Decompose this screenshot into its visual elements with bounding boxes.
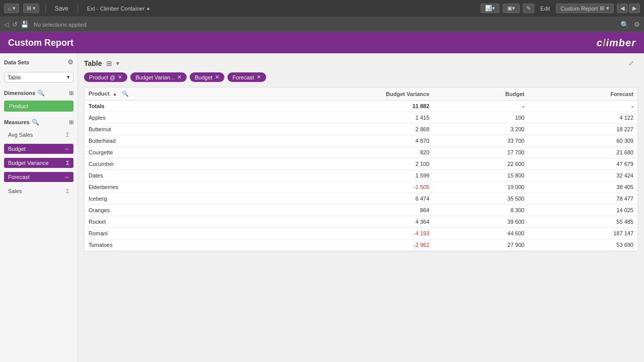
table-row: Iceberg 6 474 35 500 78 477 (85, 193, 637, 205)
cell-budget-10: 44 600 (433, 228, 528, 239)
cell-product-2: Butterhead (85, 135, 253, 147)
dimensions-label: Dimensions (4, 90, 35, 96)
filter-tag-forecast-label: Forecast (232, 74, 254, 80)
climber-logo: climber (597, 36, 636, 49)
filter-tag-product[interactable]: Product @ ✕ (84, 72, 127, 82)
dimension-product[interactable]: Product (4, 101, 73, 112)
col-header-product[interactable]: Product ▲ 🔍 (85, 87, 253, 101)
dimensions-search-icon[interactable]: 🔍 (37, 89, 45, 97)
dataset-value: Table (8, 74, 21, 80)
table-header: Product ▲ 🔍 Budget Variance Budget Forec… (85, 87, 637, 101)
layout-button[interactable]: ▣▾ (503, 4, 520, 13)
filter-tag-budget-variance-label: Budget Varian... (135, 74, 175, 80)
prev-button[interactable]: ◀ (617, 4, 628, 13)
product-column-search-icon[interactable]: 🔍 (122, 90, 129, 97)
filter-tag-forecast-close[interactable]: ✕ (257, 74, 261, 80)
table-row: Rocket 4 364 39 600 55 485 (85, 216, 637, 228)
budget-arrow: → (64, 146, 69, 152)
nav-arrows: ◀ ▶ (617, 4, 640, 13)
separator2 (77, 4, 78, 14)
table-row: Courgette 820 17 700 21 680 (85, 147, 637, 158)
separator1 (45, 4, 46, 14)
pencil-icon: ✎ (526, 5, 531, 12)
back-icon[interactable]: ◁ (4, 21, 9, 28)
data-table-wrapper: Product ▲ 🔍 Budget Variance Budget Forec… (84, 87, 638, 251)
cell-forecast-2: 60 309 (528, 135, 637, 147)
toolbar-right: 📊▾ ▣▾ ✎ Edit Custom Report ⊞▾ ◀ ▶ (480, 4, 640, 13)
settings-icon[interactable]: ⚙ (634, 21, 640, 28)
data-sets-label: Data Sets (4, 59, 29, 65)
pencil-button[interactable]: ✎ (523, 4, 534, 13)
measures-expand-icon[interactable]: ⊞ (69, 119, 73, 126)
filter-tag-budget-variance-close[interactable]: ✕ (177, 74, 182, 80)
gear-icon[interactable]: ⚙ (67, 58, 73, 66)
measures-label: Measures (4, 119, 30, 125)
home-button[interactable]: ⌂ ▾ (4, 4, 19, 13)
chart-button[interactable]: 📊▾ (480, 4, 500, 13)
report-icon: ⊞ (600, 5, 604, 12)
cell-forecast-10: 187 147 (528, 228, 637, 239)
measure-avg-sales[interactable]: Avg Sales Σ (4, 130, 73, 140)
totals-forecast: - (528, 101, 637, 112)
search-icon[interactable]: 🔍 (620, 21, 629, 29)
table-grid-icon-button[interactable]: ⊞ (106, 59, 112, 67)
cell-forecast-3: 21 680 (528, 147, 637, 158)
data-table: Product ▲ 🔍 Budget Variance Budget Forec… (85, 87, 637, 251)
cell-product-0: Apples (85, 112, 253, 124)
dropdown-arrow2: ▾ (33, 5, 36, 12)
measure-sales[interactable]: Sales Σ (4, 186, 73, 196)
page-title: Custom Report (8, 38, 73, 48)
refresh-icon[interactable]: ↺ (12, 21, 18, 28)
measures-search-icon[interactable]: 🔍 (32, 119, 39, 126)
container-label: Ext - Climber Container (87, 6, 144, 12)
home-icon: ⌂ (8, 6, 11, 12)
filter-tag-product-close[interactable]: ✕ (118, 74, 122, 80)
cell-budget-variance-3: 820 (253, 147, 433, 158)
cell-budget-2: 33 700 (433, 135, 528, 147)
maximize-icon[interactable]: ⤢ (628, 59, 634, 67)
dimensions-expand-icon[interactable]: ⊞ (69, 90, 73, 97)
filter-tag-budget[interactable]: Budget ✕ (190, 72, 224, 82)
cell-budget-9: 39 600 (433, 216, 528, 228)
second-toolbar: ◁ ↺ 💾 No selections applied 🔍 ⚙ (0, 17, 644, 32)
cell-budget-6: 19 000 (433, 182, 528, 193)
measure-budget-variance[interactable]: Budget Variance Σ (4, 158, 73, 168)
cell-forecast-0: 4 122 (528, 112, 637, 124)
header-bar: Custom Report climber (0, 32, 644, 53)
main-layout: Data Sets ⚙ Table ▾ Dimensions 🔍 ⊞ Produ… (0, 53, 644, 362)
save-icon[interactable]: 💾 (21, 21, 29, 28)
table-expand-button[interactable]: ▾ (116, 60, 119, 67)
dropdown-arrow: ▾ (13, 5, 16, 12)
table-row: Dates 1 599 15 800 32 424 (85, 170, 637, 182)
cell-forecast-9: 55 485 (528, 216, 637, 228)
grid-button[interactable]: ⊞ ▾ (23, 4, 39, 13)
custom-report-button[interactable]: Custom Report ⊞▾ (556, 4, 614, 13)
dimension-product-label: Product (9, 103, 28, 109)
col-header-budget-variance[interactable]: Budget Variance (253, 87, 433, 101)
dataset-dropdown[interactable]: Table ▾ (4, 72, 73, 82)
cell-forecast-5: 32 424 (528, 170, 637, 182)
next-button[interactable]: ▶ (629, 4, 640, 13)
col-header-budget[interactable]: Budget (433, 87, 528, 101)
filter-tag-budget-variance[interactable]: Budget Varian... ✕ (130, 72, 187, 82)
filter-tag-budget-close[interactable]: ✕ (215, 74, 219, 80)
cell-budget-variance-7: 6 474 (253, 193, 433, 205)
col-header-forecast[interactable]: Forecast (528, 87, 637, 101)
container-button[interactable]: Ext - Climber Container ● (84, 5, 153, 13)
measure-forecast[interactable]: Forecast → (4, 172, 73, 182)
chevron-down-icon: ▾ (67, 74, 70, 80)
cell-budget-variance-11: -2 962 (253, 239, 433, 251)
save-button[interactable]: Save (52, 4, 71, 13)
cell-product-11: Tomatoes (85, 239, 253, 251)
measure-budget[interactable]: Budget → (4, 144, 73, 154)
cell-product-9: Rocket (85, 216, 253, 228)
close-icon: ● (146, 6, 150, 12)
edit-button[interactable]: Edit (537, 5, 553, 13)
cell-budget-7: 35 500 (433, 193, 528, 205)
cell-forecast-8: 14 025 (528, 205, 637, 216)
cell-product-6: Elderberries (85, 182, 253, 193)
cell-budget-variance-8: 864 (253, 205, 433, 216)
cell-budget-variance-0: 1 415 (253, 112, 433, 124)
filter-tag-forecast[interactable]: Forecast ✕ (227, 72, 266, 82)
content-area: Table ⊞ ▾ ⤢ Product @ ✕ Budget Varian...… (78, 53, 644, 362)
